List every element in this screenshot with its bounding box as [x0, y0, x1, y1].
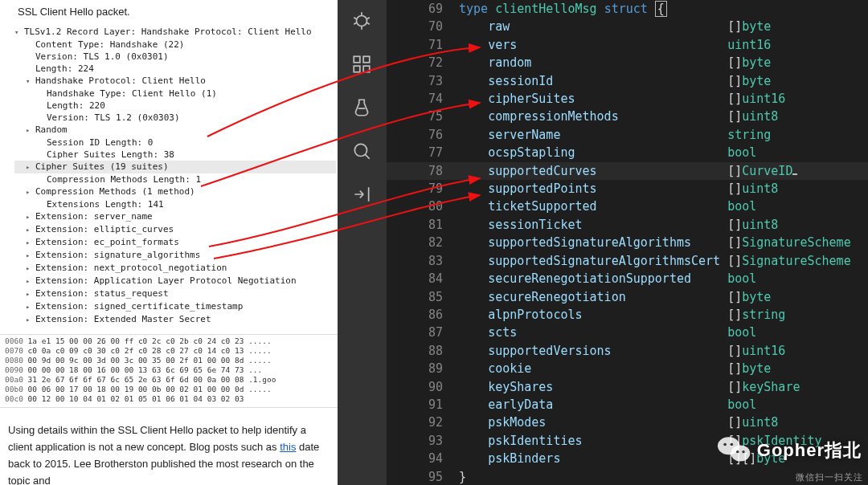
- svg-point-5: [354, 144, 366, 156]
- tree-row: Content Type: Handshake (22): [14, 39, 336, 51]
- tree-row[interactable]: Handshake Protocol: Client Hello: [14, 75, 336, 88]
- hex-row: 00a0 31 2e 67 6f 6f 67 6c 65 2e 63 6f 6d…: [5, 375, 333, 385]
- code-line: 89 cookie []byte: [386, 360, 868, 377]
- tree-row[interactable]: Extension: ec_point_formats: [14, 236, 336, 249]
- code-line: 79 supportedPoints []uint8: [386, 180, 868, 198]
- tree-row: Length: 220: [14, 100, 336, 112]
- tree-row: Compression Methods Length: 1: [14, 173, 336, 185]
- code-line: 80 ticketSupported bool: [386, 198, 868, 215]
- svg-rect-4: [363, 66, 370, 72]
- intro-text: SSL Client Hello packet.: [0, 0, 338, 19]
- tree-row[interactable]: TLSv1.2 Record Layer: Handshake Protocol…: [14, 26, 336, 39]
- svg-point-7: [731, 445, 750, 461]
- code-line: 70 raw []byte: [386, 18, 868, 35]
- hexdump: 0060 1a e1 15 00 00 26 00 ff c0 2c c0 2b…: [0, 334, 338, 408]
- activity-bar: [338, 0, 386, 485]
- code-line: 84 secureRenegotiationSupported bool: [386, 270, 868, 287]
- svg-point-11: [742, 450, 744, 453]
- watermark-label: Gopher指北: [757, 438, 862, 463]
- debug-icon[interactable]: [349, 8, 375, 34]
- tree-row: Version: TLS 1.2 (0x0303): [14, 112, 336, 124]
- tree-row[interactable]: Extension: Extended Master Secret: [14, 313, 336, 326]
- packet-tree: TLSv1.2 Record Layer: Handshake Protocol…: [0, 19, 338, 329]
- svg-rect-3: [354, 66, 360, 72]
- code-line: 85 secureRenegotiation []byte: [386, 288, 868, 306]
- code-line: 78 supportedCurves []CurveID: [386, 162, 868, 180]
- tree-row[interactable]: Random: [14, 124, 336, 137]
- code-line: 87 scts bool: [386, 324, 868, 341]
- svg-point-9: [730, 443, 733, 446]
- wechat-watermark: Gopher指北: [717, 434, 862, 467]
- hex-row: 0060 1a e1 15 00 00 26 00 ff c0 2c c0 2b…: [5, 336, 333, 346]
- tree-row[interactable]: Compression Methods (1 method): [14, 185, 336, 198]
- code-line: 83 supportedSignatureAlgorithmsCert []Si…: [386, 252, 868, 270]
- code-line: 73 sessionId []byte: [386, 72, 868, 90]
- code-line: 88 supportedVersions []uint16: [386, 342, 868, 360]
- tree-row: Length: 224: [14, 63, 336, 75]
- code-line: 74 cipherSuites []uint16: [386, 90, 868, 108]
- code-line: 75 compressionMethods []uint8: [386, 108, 868, 125]
- svg-rect-1: [354, 56, 360, 63]
- code-line: 72 random []byte: [386, 54, 868, 71]
- testing-icon[interactable]: [349, 95, 375, 120]
- paragraph: Using details within the SSL Client Hell…: [0, 408, 338, 485]
- document-pane: SSL Client Hello packet. TLSv1.2 Record …: [0, 0, 338, 485]
- para-link[interactable]: this: [280, 441, 296, 453]
- hex-row: 00b0 00 06 00 17 00 18 00 19 00 0b 00 02…: [5, 385, 333, 394]
- tree-row[interactable]: Extension: signature_algorithms: [14, 249, 336, 262]
- tree-row: Handshake Type: Client Hello (1): [14, 88, 336, 100]
- code-line: 76 serverName string: [386, 126, 868, 144]
- tree-row[interactable]: Cipher Suites (19 suites): [14, 161, 336, 173]
- tree-row: Extensions Length: 141: [14, 198, 336, 210]
- watermark-sub: 微信扫一扫关注: [796, 471, 863, 483]
- svg-point-0: [357, 16, 367, 26]
- svg-point-8: [723, 443, 727, 446]
- tree-row[interactable]: Extension: server_name: [14, 210, 336, 223]
- code-line: 69type clientHelloMsg struct {: [386, 0, 868, 18]
- svg-rect-2: [363, 56, 370, 63]
- wechat-icon: [717, 434, 752, 467]
- tree-row[interactable]: Extension: next_protocol_negotiation: [14, 262, 336, 275]
- code-editor[interactable]: 69type clientHelloMsg struct {70 raw []b…: [386, 0, 868, 485]
- hex-row: 0070 c0 0a c0 09 c0 30 c0 2f c0 28 c0 27…: [5, 346, 333, 356]
- code-line: 92 pskModes []uint8: [386, 414, 868, 431]
- code-line: 86 alpnProtocols []string: [386, 306, 868, 324]
- hex-row: 0080 00 9d 00 9c 00 3d 00 3c 00 35 00 2f…: [5, 356, 333, 365]
- code-line: 71 vers uint16: [386, 36, 868, 54]
- code-line: 90 keyShares []keyShare: [386, 378, 868, 396]
- extensions-icon[interactable]: [349, 51, 375, 77]
- tree-row: Version: TLS 1.0 (0x0301): [14, 51, 336, 63]
- tree-row[interactable]: Extension: elliptic_curves: [14, 223, 336, 236]
- tree-row: Session ID Length: 0: [14, 137, 336, 149]
- tree-row[interactable]: Extension: Application Layer Protocol Ne…: [14, 275, 336, 287]
- para-prefix: Using details within the SSL Client Hell…: [8, 424, 306, 453]
- scm-icon[interactable]: [349, 181, 375, 207]
- tree-row[interactable]: Extension: status_request: [14, 287, 336, 300]
- hex-row: 0090 00 00 00 18 00 16 00 00 13 63 6c 69…: [5, 365, 333, 375]
- hex-row: 00c0 00 12 00 10 04 01 02 01 05 01 06 01…: [5, 394, 333, 404]
- code-line: 77 ocspStapling bool: [386, 144, 868, 161]
- code-line: 91 earlyData bool: [386, 396, 868, 414]
- code-line: 82 supportedSignatureAlgorithms []Signat…: [386, 234, 868, 251]
- code-line: 81 sessionTicket []uint8: [386, 216, 868, 234]
- tree-row: Cipher Suites Length: 38: [14, 149, 336, 161]
- svg-point-10: [736, 450, 739, 453]
- search-icon[interactable]: [349, 138, 375, 164]
- tree-row[interactable]: Extension: signed_certificate_timestamp: [14, 300, 336, 313]
